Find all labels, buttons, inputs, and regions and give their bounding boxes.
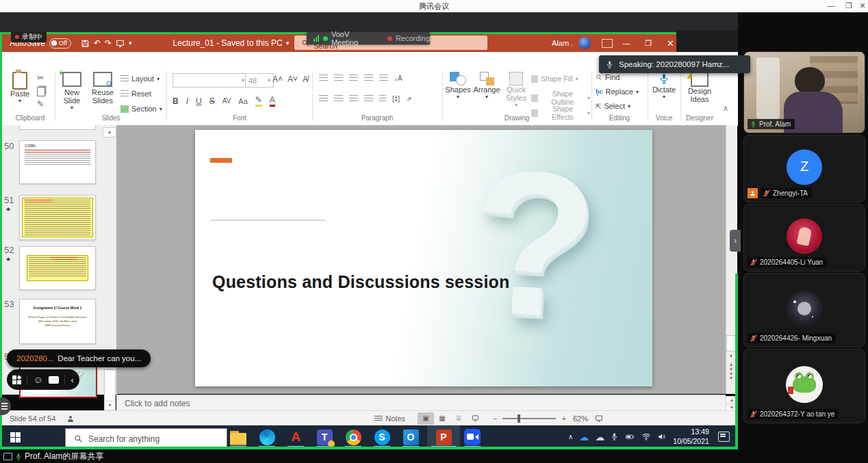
account-name[interactable]: Alam . bbox=[552, 39, 573, 47]
increase-indent-icon[interactable] bbox=[364, 75, 373, 82]
emoji-icon[interactable]: ☺ bbox=[34, 374, 43, 385]
shapes-button[interactable]: Shapes▾ bbox=[445, 72, 471, 100]
shape-outline-button[interactable]: Shape Outline▾ bbox=[531, 90, 590, 106]
autosave-toggle[interactable]: Off bbox=[49, 38, 71, 49]
zoom-in-button[interactable]: + bbox=[561, 414, 565, 423]
numbering-icon[interactable] bbox=[334, 75, 343, 82]
slide-canvas[interactable]: Questions and Discussions session ? bbox=[195, 130, 652, 386]
onedrive-icon[interactable]: ☁ bbox=[579, 432, 589, 442]
volume-icon[interactable] bbox=[657, 432, 667, 441]
font-name-combo[interactable]: ▾ bbox=[173, 73, 248, 88]
bold-icon[interactable]: B bbox=[173, 96, 179, 106]
line-spacing-icon[interactable] bbox=[379, 75, 388, 82]
save-button[interactable] bbox=[81, 39, 90, 48]
align-left-icon[interactable] bbox=[319, 95, 328, 103]
zoom-slider[interactable] bbox=[502, 418, 556, 419]
font-size-combo[interactable]: 48▾ bbox=[245, 73, 274, 88]
battery-icon[interactable] bbox=[624, 432, 635, 441]
ppt-restore-button[interactable]: ❐ bbox=[645, 39, 652, 48]
notes-pane[interactable]: Click to add notes bbox=[116, 395, 726, 411]
chat-message-toast[interactable]: 2020280... Dear Teacher can you... bbox=[7, 349, 151, 367]
participant-tile-zhengyi[interactable]: Z Zhengyi-TA bbox=[743, 135, 865, 202]
select-button[interactable]: ⇱Select▾ bbox=[596, 102, 630, 110]
align-right-icon[interactable] bbox=[349, 95, 358, 103]
ppt-close-button[interactable]: ✕ bbox=[667, 38, 674, 49]
quick-styles-button[interactable]: Quick Styles▾ bbox=[502, 72, 530, 108]
participant-tile-mingxuan[interactable]: 2020264426- Mingxuan bbox=[743, 273, 865, 347]
columns-icon[interactable] bbox=[379, 95, 386, 103]
taskbar-icon-teams[interactable]: T bbox=[311, 427, 338, 447]
notification-center-icon[interactable] bbox=[718, 432, 730, 442]
participant-tile-prof-alam[interactable]: Prof. Alam bbox=[743, 51, 865, 133]
find-button[interactable]: Find bbox=[596, 73, 620, 81]
thumbnail-scroll-down[interactable]: ▼ bbox=[104, 401, 116, 410]
align-center-icon[interactable] bbox=[334, 95, 343, 103]
start-button[interactable] bbox=[1, 427, 29, 447]
zoom-out-button[interactable]: − bbox=[493, 414, 497, 423]
clear-format-icon[interactable]: A̸ bbox=[303, 75, 308, 84]
grow-font-icon[interactable]: A˄ bbox=[272, 75, 283, 84]
cloud-icon[interactable]: ☁ bbox=[595, 432, 604, 442]
start-slideshow-button[interactable] bbox=[116, 39, 125, 48]
tray-expand-icon[interactable]: ∧ bbox=[568, 433, 573, 440]
view-reading-button[interactable]: ⌸ bbox=[450, 412, 467, 425]
taskbar-icon-file-explorer[interactable] bbox=[225, 427, 252, 447]
participant-tile-li-yuan[interactable]: 2020264405-Li Yuan bbox=[743, 204, 865, 272]
fit-slide-to-window-icon[interactable] bbox=[595, 414, 603, 423]
accessibility-checker-icon[interactable] bbox=[66, 414, 75, 423]
ppt-minimize-button[interactable]: — bbox=[622, 39, 630, 47]
shape-fill-button[interactable]: Shape Fill▾ bbox=[531, 75, 578, 83]
thumbnail-slide-52[interactable] bbox=[19, 246, 96, 290]
taskbar-icon-outlook[interactable]: O bbox=[397, 427, 424, 447]
redo-button[interactable]: ↷ bbox=[105, 38, 112, 48]
taskbar-icon-chrome[interactable] bbox=[340, 427, 367, 447]
thumbnail-scrollbar-thumb[interactable] bbox=[104, 369, 116, 401]
design-ideas-button[interactable]: DesignIdeas bbox=[683, 72, 716, 103]
voov-floating-bar[interactable]: VooV Meeting Recording bbox=[307, 32, 430, 44]
chat-icon[interactable]: ··· bbox=[49, 376, 59, 384]
thumbnail-slide-50[interactable]: CORBA bbox=[19, 140, 96, 184]
reset-button[interactable]: Reset bbox=[120, 90, 151, 98]
cut-icon[interactable]: ✂ bbox=[37, 73, 44, 83]
align-text-icon[interactable]: [‡] bbox=[392, 95, 400, 103]
shrink-font-icon[interactable]: A˅ bbox=[288, 75, 298, 84]
window-minimize-button[interactable]: — bbox=[823, 0, 839, 12]
taskbar-icon-skype[interactable]: S bbox=[368, 427, 396, 447]
taskbar-icon-powerpoint[interactable]: P bbox=[430, 427, 457, 447]
taskbar-icon-edge[interactable] bbox=[253, 427, 281, 447]
thumbnail-slide49-partial[interactable] bbox=[19, 125, 96, 130]
view-normal-button[interactable]: ▣ bbox=[418, 412, 434, 425]
char-spacing-icon[interactable]: AV bbox=[222, 97, 231, 105]
customize-qat-button[interactable]: ▾ bbox=[129, 40, 132, 47]
layout-button[interactable]: Layout▾ bbox=[120, 75, 159, 83]
window-close-button[interactable]: ✕ bbox=[854, 0, 868, 12]
taskbar-icon-acrobat[interactable]: A bbox=[282, 427, 309, 447]
paste-button[interactable]: Paste▾ bbox=[8, 72, 31, 104]
view-slideshow-button[interactable] bbox=[467, 412, 483, 425]
change-case-icon[interactable]: Aa bbox=[238, 97, 247, 105]
ribbon-display-options-icon[interactable] bbox=[602, 39, 613, 48]
panel-collapse-tab[interactable]: › bbox=[730, 230, 741, 252]
smartart-convert-icon[interactable]: ⇗ bbox=[406, 95, 411, 103]
dictate-button[interactable]: Dictate▾ bbox=[650, 72, 678, 100]
format-painter-icon[interactable]: ✎ bbox=[37, 99, 44, 109]
text-direction-icon[interactable]: ↓A bbox=[394, 75, 403, 82]
replace-button[interactable]: b͓cReplace▾ bbox=[596, 88, 639, 96]
section-button[interactable]: Section▾ bbox=[120, 105, 162, 113]
collapse-toolbar-icon[interactable]: ‹ bbox=[71, 375, 73, 385]
tray-clock[interactable]: 13:4910/05/2021 bbox=[673, 427, 709, 445]
strikethrough-icon[interactable]: S bbox=[209, 96, 215, 106]
account-avatar[interactable] bbox=[578, 37, 591, 49]
underline-icon[interactable]: U bbox=[196, 96, 202, 106]
thumbnail-scroll-up[interactable]: ▲ bbox=[103, 127, 116, 137]
thumbnail-slide-53[interactable]: Assignment 1/ Course Work 1 Review Paper… bbox=[19, 299, 96, 344]
italic-icon[interactable]: I bbox=[186, 96, 188, 106]
new-slide-button[interactable]: + New Slide▾ bbox=[58, 72, 86, 111]
undo-button[interactable]: ↶ bbox=[94, 38, 101, 48]
text-highlight-icon[interactable]: ✎ bbox=[255, 95, 262, 107]
notes-toggle-button[interactable]: Notes bbox=[374, 414, 405, 423]
title-dropdown-icon[interactable]: ▾ bbox=[286, 40, 290, 47]
bullets-icon[interactable] bbox=[319, 75, 328, 82]
collapse-ribbon-icon[interactable]: ∧ bbox=[723, 104, 728, 113]
tray-mic-icon[interactable] bbox=[611, 432, 618, 441]
